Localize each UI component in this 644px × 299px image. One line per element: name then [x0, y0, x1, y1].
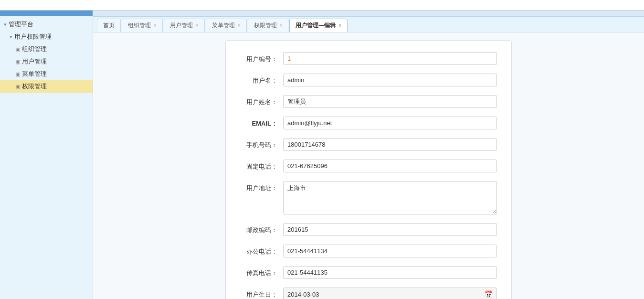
sidebar-item-label: 用户权限管理 — [14, 32, 52, 41]
tab-close-icon[interactable]: × — [154, 23, 157, 28]
sidebar: ▾管理平台▾用户权限管理▣组织管理▣用户管理▣菜单管理▣权限管理 — [0, 11, 93, 299]
form-input-phone[interactable] — [283, 160, 497, 172]
form-label-address: 用户地址： — [240, 181, 283, 192]
form-row-username: 用户名： — [240, 74, 497, 86]
form-input-username[interactable] — [283, 74, 497, 86]
form-label-email: EMAIL： — [240, 117, 283, 128]
tab-user-edit[interactable]: 用户管理—编辑× — [289, 19, 348, 32]
form-row-office-phone: 办公电话： — [240, 245, 497, 257]
file-icon: ▣ — [15, 71, 20, 77]
main-layout: ▾管理平台▾用户权限管理▣组织管理▣用户管理▣菜单管理▣权限管理 首页组织管理×… — [0, 11, 644, 299]
page-content: 用户编号：用户名：用户姓名：EMAIL：手机号码：固定电话：用户地址：邮政编码：… — [93, 32, 644, 299]
form-input-mobile[interactable] — [283, 138, 497, 151]
form-label-mobile: 手机号码： — [240, 138, 283, 150]
form-input-fax[interactable] — [283, 266, 497, 279]
form-input-user-id[interactable] — [283, 52, 497, 65]
sidebar-item-user-auth[interactable]: ▾用户权限管理 — [0, 31, 93, 43]
tab-label: 组织管理 — [128, 21, 151, 30]
form-row-birthday: 用户生日：2014-03-03📅 — [240, 288, 497, 299]
form-textarea-address[interactable] — [283, 181, 497, 214]
form-label-fax: 传真电话： — [240, 266, 283, 278]
tab-label: 菜单管理 — [212, 21, 235, 30]
form-label-postcode: 邮政编码： — [240, 223, 283, 235]
tab-home[interactable]: 首页 — [97, 19, 121, 32]
tab-close-icon[interactable]: × — [196, 23, 199, 28]
sidebar-item-auth-manage[interactable]: ▣权限管理 — [0, 80, 93, 93]
sidebar-item-label: 管理平台 — [9, 20, 33, 29]
form-label-user-id: 用户编号： — [240, 52, 283, 64]
file-icon: ▣ — [15, 59, 20, 65]
form-row-address: 用户地址： — [240, 181, 497, 214]
file-icon: ▣ — [15, 46, 20, 53]
form-row-fax: 传真电话： — [240, 266, 497, 279]
tab-label: 用户管理 — [170, 21, 193, 30]
form-row-mobile: 手机号码： — [240, 138, 497, 151]
tab-label: 权限管理 — [254, 21, 277, 30]
form-input-office-phone[interactable] — [283, 245, 497, 257]
form-label-office-phone: 办公电话： — [240, 245, 283, 256]
sidebar-item-label: 用户管理 — [22, 57, 47, 66]
form-label-fullname: 用户姓名： — [240, 95, 283, 107]
date-value: 2014-03-03 — [287, 291, 319, 298]
form-input-email[interactable] — [283, 117, 497, 129]
tab-label: 用户管理—编辑 — [296, 21, 336, 30]
sidebar-item-menu-manage[interactable]: ▣菜单管理 — [0, 68, 93, 80]
tab-menu[interactable]: 菜单管理× — [206, 19, 247, 32]
calendar-icon[interactable]: 📅 — [485, 290, 493, 298]
form-input-postcode[interactable] — [283, 223, 497, 236]
folder-icon: ▾ — [10, 34, 12, 40]
sidebar-item-label: 权限管理 — [22, 82, 47, 91]
sidebar-item-label: 组织管理 — [22, 45, 47, 53]
top-bar — [0, 0, 644, 11]
sidebar-item-user-manage[interactable]: ▣用户管理 — [0, 55, 93, 68]
content-area: 首页组织管理×用户管理×菜单管理×权限管理×用户管理—编辑× 用户编号：用户名：… — [93, 11, 644, 299]
form-row-postcode: 邮政编码： — [240, 223, 497, 236]
sidebar-tree: ▾管理平台▾用户权限管理▣组织管理▣用户管理▣菜单管理▣权限管理 — [0, 16, 93, 299]
tab-auth[interactable]: 权限管理× — [248, 19, 289, 32]
form-row-fullname: 用户姓名： — [240, 95, 497, 108]
form-label-username: 用户名： — [240, 74, 283, 85]
sidebar-item-org-manage[interactable]: ▣组织管理 — [0, 43, 93, 55]
tab-label: 首页 — [103, 21, 115, 30]
tab-user[interactable]: 用户管理× — [164, 19, 205, 32]
form-container: 用户编号：用户名：用户姓名：EMAIL：手机号码：固定电话：用户地址：邮政编码：… — [225, 40, 512, 299]
tabs-bar: 首页组织管理×用户管理×菜单管理×权限管理×用户管理—编辑× — [93, 17, 644, 32]
form-date-birthday[interactable]: 2014-03-03📅 — [283, 288, 497, 299]
form-label-phone: 固定电话： — [240, 160, 283, 171]
tab-close-icon[interactable]: × — [280, 23, 283, 28]
tab-close-icon[interactable]: × — [238, 23, 241, 28]
sidebar-header — [0, 11, 93, 16]
form-row-user-id: 用户编号： — [240, 52, 497, 65]
file-icon: ▣ — [15, 84, 20, 90]
form-label-birthday: 用户生日： — [240, 288, 283, 299]
folder-icon: ▾ — [4, 21, 7, 28]
sidebar-item-label: 菜单管理 — [22, 70, 47, 78]
form-row-email: EMAIL： — [240, 117, 497, 129]
sidebar-item-manage-platform[interactable]: ▾管理平台 — [0, 18, 93, 31]
tab-org[interactable]: 组织管理× — [122, 19, 163, 32]
content-header — [93, 11, 644, 17]
tab-close-icon[interactable]: × — [338, 23, 341, 28]
form-input-fullname[interactable] — [283, 95, 497, 108]
form-row-phone: 固定电话： — [240, 160, 497, 172]
